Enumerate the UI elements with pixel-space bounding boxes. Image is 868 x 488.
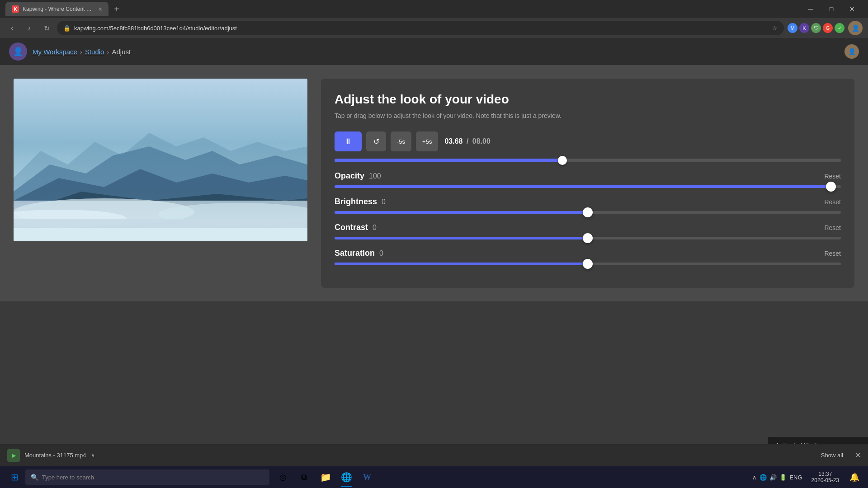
download-item: ▶ Mountains - 31175.mp4 ∧: [7, 449, 95, 462]
breadcrumb-workspace-link[interactable]: My Workspace: [33, 48, 77, 56]
taskbar-app-word[interactable]: W: [357, 466, 377, 488]
header-user-avatar[interactable]: 👤: [844, 44, 859, 59]
saturation-slider-track[interactable]: [335, 263, 841, 265]
window-maximize-button[interactable]: □: [821, 2, 842, 16]
browser-tab-kapwing[interactable]: K Kapwing - Where Content Creati... ×: [5, 2, 108, 16]
tray-up-arrow[interactable]: ∧: [752, 474, 757, 481]
file-explorer-icon: 📁: [320, 472, 331, 483]
saturation-slider-thumb[interactable]: [583, 259, 593, 269]
window-minimize-button[interactable]: ─: [800, 2, 821, 16]
taskbar-time: 13:37: [818, 471, 832, 477]
pause-button[interactable]: ⏸: [335, 131, 362, 151]
battery-icon[interactable]: 🔋: [779, 474, 787, 481]
download-bar-close-button[interactable]: ✕: [855, 451, 861, 460]
network-icon[interactable]: 🌐: [760, 474, 767, 481]
address-bar[interactable]: 🔒 kapwing.com/5ec8fc881bdb6d0013cee1d4/s…: [57, 21, 784, 35]
total-time: 08.00: [472, 137, 491, 145]
video-preview: [14, 79, 307, 241]
taskbar-search-bar[interactable]: 🔍 Type here to search: [25, 469, 269, 485]
taskbar-app-file-explorer[interactable]: 📁: [316, 466, 335, 488]
app-logo[interactable]: 👤: [9, 42, 27, 61]
progress-bar[interactable]: [335, 159, 841, 162]
star-icon[interactable]: ☆: [772, 25, 778, 32]
download-bar: ▶ Mountains - 31175.mp4 ∧ Show all ✕: [0, 444, 868, 466]
back-button[interactable]: ‹: [5, 21, 19, 35]
word-icon: W: [363, 473, 371, 482]
chrome-icon: 🌐: [341, 472, 352, 483]
gmail-extension-icon[interactable]: M: [788, 23, 797, 33]
cortana-button[interactable]: ◎: [273, 466, 293, 488]
show-all-button[interactable]: Show all: [815, 449, 849, 461]
time-separator: /: [467, 137, 471, 145]
main-content: Adjust the look of your video Tap or dra…: [0, 65, 868, 301]
lock-icon: 🔒: [63, 25, 71, 32]
extension-icon-3[interactable]: ✓: [835, 23, 844, 33]
taskbar-clock[interactable]: 13:37 2020-05-23: [808, 471, 843, 483]
rewind-button[interactable]: -5s: [391, 131, 411, 151]
video-controls: ⏸ ↺ -5s +5s 03.68 / 08.00: [335, 131, 841, 151]
windows-icon: ⊞: [11, 472, 19, 483]
saturation-header: Saturation 0 Reset: [335, 249, 841, 258]
system-tray: ∧ 🌐 🔊 🔋 ENG: [749, 474, 806, 481]
brightness-label: Brightness: [335, 197, 377, 206]
replay-button[interactable]: ↺: [366, 131, 386, 151]
forward-button[interactable]: +5s: [416, 131, 438, 151]
taskbar: ⊞ 🔍 Type here to search ◎ ⧉ 📁 🌐 W ∧ 🌐 🔊 …: [0, 466, 868, 488]
replay-icon: ↺: [373, 137, 379, 146]
taskbar-app-chrome[interactable]: 🌐: [336, 466, 356, 488]
tab-favicon: K: [12, 5, 19, 13]
cortana-icon: ◎: [279, 472, 287, 482]
breadcrumb-studio-link[interactable]: Studio: [85, 48, 104, 56]
saturation-label: Saturation: [335, 249, 375, 258]
taskbar-system-icons: ◎ ⧉: [273, 466, 314, 488]
contrast-label: Contrast: [335, 223, 368, 232]
browser-extensions: M K 🛡 G ✓: [788, 23, 844, 33]
app-header: 👤 My Workspace › Studio › Adjust 👤: [0, 38, 868, 65]
user-avatar[interactable]: 👤: [848, 21, 863, 35]
panel-title: Adjust the look of your video: [335, 92, 841, 107]
tab-close-button[interactable]: ×: [99, 5, 102, 13]
window-close-button[interactable]: ✕: [842, 2, 863, 16]
tab-title: Kapwing - Where Content Creati...: [23, 6, 95, 12]
contrast-value: 0: [373, 224, 377, 232]
contrast-slider-track[interactable]: [335, 237, 841, 239]
reload-button[interactable]: ↻: [40, 21, 53, 35]
pause-icon: ⏸: [344, 137, 352, 146]
extension-icon-1[interactable]: K: [799, 23, 809, 33]
start-button[interactable]: ⊞: [4, 466, 25, 488]
brightness-slider-track[interactable]: [335, 211, 841, 214]
brightness-reset-button[interactable]: Reset: [824, 198, 841, 206]
saturation-value: 0: [379, 249, 383, 258]
download-file-icon: ▶: [7, 449, 20, 462]
download-chevron-icon[interactable]: ∧: [91, 452, 95, 459]
browser-toolbar: ‹ › ↻ 🔒 kapwing.com/5ec8fc881bdb6d0013ce…: [0, 18, 868, 38]
opacity-value: 100: [369, 172, 381, 180]
logo-image: 👤: [13, 47, 23, 56]
contrast-reset-button[interactable]: Reset: [824, 224, 841, 231]
time-display: 03.68 / 08.00: [444, 137, 490, 145]
volume-icon[interactable]: 🔊: [769, 474, 777, 481]
language-indicator[interactable]: ENG: [789, 474, 802, 481]
taskbar-date: 2020-05-23: [811, 477, 839, 483]
forward-button[interactable]: ›: [23, 21, 36, 35]
task-view-button[interactable]: ⧉: [294, 466, 314, 488]
opacity-reset-button[interactable]: Reset: [824, 173, 841, 180]
grammarly-icon[interactable]: G: [823, 23, 833, 33]
breadcrumb-current: Adjust: [112, 48, 131, 56]
new-tab-button[interactable]: +: [110, 3, 123, 15]
opacity-slider-fill: [335, 185, 831, 188]
opacity-slider-track[interactable]: [335, 185, 841, 188]
brightness-slider-thumb[interactable]: [583, 207, 593, 217]
svg-rect-10: [14, 228, 307, 241]
opacity-header: Opacity 100 Reset: [335, 171, 841, 181]
opacity-slider-thumb[interactable]: [826, 182, 836, 192]
extension-icon-2[interactable]: 🛡: [811, 23, 821, 33]
saturation-reset-button[interactable]: Reset: [824, 250, 841, 257]
adjust-panel: Adjust the look of your video Tap or dra…: [321, 79, 854, 288]
breadcrumb: My Workspace › Studio › Adjust: [33, 48, 131, 56]
notifications-button[interactable]: 🔔: [844, 466, 864, 488]
progress-thumb[interactable]: [558, 156, 567, 165]
browser-tabs: K Kapwing - Where Content Creati... × +: [5, 2, 123, 16]
contrast-slider-thumb[interactable]: [583, 233, 593, 243]
taskbar-apps: 📁 🌐 W: [316, 466, 377, 488]
